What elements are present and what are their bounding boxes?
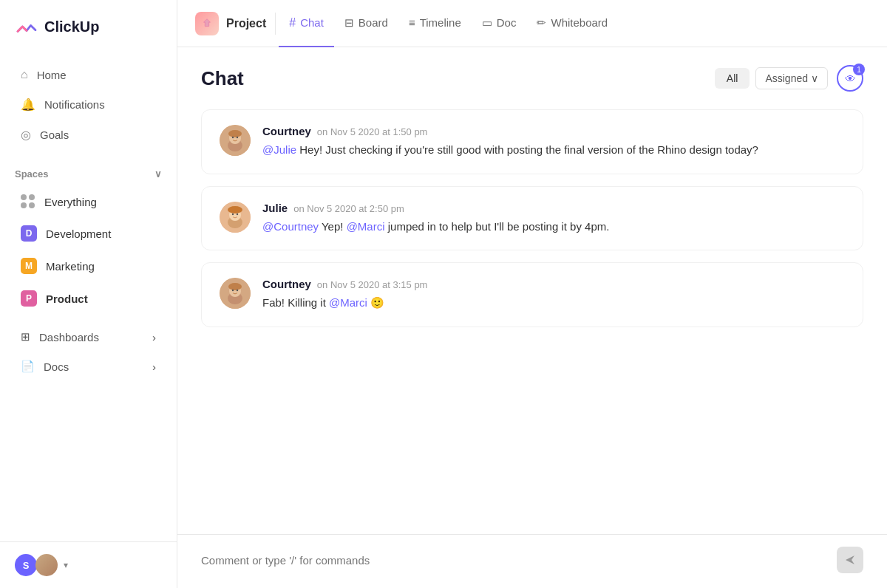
logo[interactable]: ClickUp bbox=[0, 0, 177, 53]
notifications-label: Notifications bbox=[44, 98, 105, 111]
message-body-before: Fab! Killing it bbox=[262, 296, 329, 309]
tab-board[interactable]: ⊟ Board bbox=[334, 0, 398, 47]
marketing-label: Marketing bbox=[46, 260, 95, 273]
user-avatar-s: S bbox=[15, 554, 37, 576]
bell-icon: 🔔 bbox=[21, 98, 35, 112]
main-content: Project # Chat ⊟ Board ≡ Timeline ▭ Doc … bbox=[177, 0, 887, 588]
project-label: Project bbox=[226, 17, 266, 30]
chat-title: Chat bbox=[201, 67, 244, 90]
doc-tab-icon: ▭ bbox=[482, 16, 492, 30]
message-item: Julie on Nov 5 2020 at 2:50 pm @Courtney… bbox=[201, 186, 863, 251]
message-content: Courtney on Nov 5 2020 at 1:50 pm @Julie… bbox=[262, 125, 845, 159]
chat-tab-label: Chat bbox=[300, 16, 324, 29]
mention-tag-marci: @Marci bbox=[347, 220, 385, 233]
development-label: Development bbox=[46, 228, 111, 240]
timeline-tab-label: Timeline bbox=[420, 16, 461, 29]
sidebar-item-marketing[interactable]: M Marketing bbox=[6, 250, 171, 281]
tab-timeline[interactable]: ≡ Timeline bbox=[398, 0, 472, 47]
send-button[interactable] bbox=[837, 547, 863, 573]
sidebar-item-dashboards[interactable]: ⊞ Dashboards › bbox=[6, 323, 171, 351]
tab-chat[interactable]: # Chat bbox=[279, 0, 334, 47]
spaces-chevron-icon: ∨ bbox=[154, 168, 162, 180]
comment-bar bbox=[177, 534, 887, 588]
doc-tab-label: Doc bbox=[497, 16, 517, 29]
spaces-label: Spaces bbox=[15, 168, 49, 180]
user-menu-chevron-icon[interactable]: ▾ bbox=[64, 560, 68, 570]
topbar: Project # Chat ⊟ Board ≡ Timeline ▭ Doc … bbox=[177, 0, 887, 47]
sidebar-item-development[interactable]: D Development bbox=[6, 218, 171, 249]
message-text: @Julie Hey! Just checking if you're stil… bbox=[262, 142, 845, 159]
user-avatar-photo bbox=[35, 554, 58, 576]
docs-label: Docs bbox=[44, 360, 69, 373]
whiteboard-tab-icon: ✏ bbox=[537, 16, 546, 30]
courtney-avatar-2 bbox=[220, 278, 251, 309]
svg-point-15 bbox=[228, 283, 242, 290]
main-nav: ⌂ Home 🔔 Notifications ◎ Goals bbox=[0, 53, 177, 157]
svg-point-4 bbox=[232, 137, 234, 138]
chat-header: Chat All Assigned ∨ 👁 1 bbox=[177, 47, 887, 103]
message-emoji: 🙂 bbox=[367, 296, 384, 309]
filter-all-button[interactable]: All bbox=[715, 68, 750, 89]
message-body-mid: Yep! bbox=[319, 220, 347, 233]
logo-text: ClickUp bbox=[44, 18, 99, 35]
sidebar-item-notifications[interactable]: 🔔 Notifications bbox=[6, 90, 171, 119]
eye-icon: 👁 bbox=[845, 72, 856, 85]
filter-assigned-label: Assigned bbox=[765, 72, 808, 84]
sidebar-item-goals[interactable]: ◎ Goals bbox=[6, 120, 171, 149]
filter-assigned-dropdown[interactable]: Assigned ∨ bbox=[755, 67, 828, 89]
tab-whiteboard[interactable]: ✏ Whiteboard bbox=[526, 0, 618, 47]
product-avatar: P bbox=[21, 290, 37, 307]
message-author: Courtney bbox=[262, 125, 311, 137]
sidebar-item-everything[interactable]: Everything bbox=[6, 187, 171, 216]
chat-area: Chat All Assigned ∨ 👁 1 bbox=[177, 47, 887, 588]
mention-tag: @Julie bbox=[262, 143, 296, 156]
mention-tag-marci-2: @Marci bbox=[329, 296, 367, 309]
dashboards-label: Dashboards bbox=[39, 331, 99, 343]
svg-point-9 bbox=[228, 206, 242, 213]
board-tab-icon: ⊟ bbox=[344, 16, 354, 30]
project-icon bbox=[195, 12, 219, 35]
tab-divider bbox=[275, 13, 276, 35]
sidebar-item-docs[interactable]: 📄 Docs › bbox=[6, 352, 171, 380]
project-title: Project bbox=[195, 12, 272, 35]
message-item: Courtney on Nov 5 2020 at 3:15 pm Fab! K… bbox=[201, 262, 863, 327]
docs-icon: 📄 bbox=[21, 360, 35, 373]
message-timestamp: on Nov 5 2020 at 1:50 pm bbox=[317, 126, 428, 137]
whiteboard-tab-label: Whiteboard bbox=[551, 16, 608, 29]
message-timestamp: on Nov 5 2020 at 2:50 pm bbox=[293, 203, 404, 214]
svg-point-5 bbox=[237, 137, 238, 138]
home-icon: ⌂ bbox=[21, 68, 28, 81]
message-author: Courtney bbox=[262, 278, 311, 290]
sidebar-item-product[interactable]: P Product bbox=[6, 283, 171, 314]
goals-icon: ◎ bbox=[21, 128, 31, 142]
notification-bell-button[interactable]: 👁 1 bbox=[837, 65, 863, 92]
everything-label: Everything bbox=[44, 196, 97, 208]
svg-point-10 bbox=[232, 213, 234, 214]
message-content: Julie on Nov 5 2020 at 2:50 pm @Courtney… bbox=[262, 202, 845, 236]
timeline-tab-icon: ≡ bbox=[409, 16, 415, 29]
svg-point-16 bbox=[232, 290, 234, 291]
sidebar-item-home[interactable]: ⌂ Home bbox=[6, 61, 171, 89]
message-body-after: jumped in to help but I'll be posting it… bbox=[385, 220, 610, 233]
sidebar-footer: S ▾ bbox=[0, 541, 177, 588]
message-author: Julie bbox=[262, 202, 288, 214]
message-body: Hey! Just checking if you're still good … bbox=[296, 143, 758, 156]
tab-doc[interactable]: ▭ Doc bbox=[472, 0, 527, 47]
product-label: Product bbox=[46, 293, 88, 305]
courtney-avatar bbox=[220, 125, 251, 156]
message-item: Courtney on Nov 5 2020 at 1:50 pm @Julie… bbox=[201, 109, 863, 174]
messages-list: Courtney on Nov 5 2020 at 1:50 pm @Julie… bbox=[177, 103, 887, 534]
dashboards-icon: ⊞ bbox=[21, 330, 30, 343]
message-content: Courtney on Nov 5 2020 at 3:15 pm Fab! K… bbox=[262, 278, 845, 312]
sidebar-bottom-sections: ⊞ Dashboards › 📄 Docs › bbox=[0, 321, 177, 382]
comment-input[interactable] bbox=[201, 554, 828, 567]
svg-point-11 bbox=[237, 213, 238, 214]
svg-point-17 bbox=[237, 290, 238, 291]
notification-count-badge: 1 bbox=[853, 64, 865, 75]
message-text: @Courtney Yep! @Marci jumped in to help … bbox=[262, 219, 845, 236]
julie-avatar bbox=[220, 202, 251, 233]
everything-icon bbox=[21, 194, 35, 209]
filter-dropdown-chevron-icon: ∨ bbox=[811, 72, 818, 84]
message-timestamp: on Nov 5 2020 at 3:15 pm bbox=[317, 279, 428, 290]
spaces-section-header[interactable]: Spaces ∨ bbox=[0, 157, 177, 185]
